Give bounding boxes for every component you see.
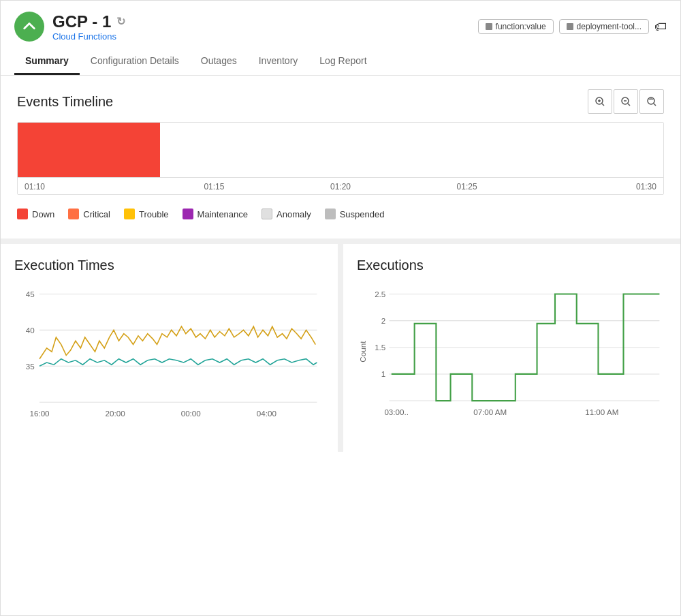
tab-summary[interactable]: Summary <box>14 48 80 75</box>
legend-trouble: Trouble <box>124 209 169 219</box>
legend-label-maintenance: Maintenance <box>197 209 248 219</box>
tag-label-2: deployment-tool... <box>577 22 642 31</box>
execution-times-panel: Execution Times 45 40 35 <box>1 244 338 452</box>
timeline-label-0: 01:10 <box>18 182 151 191</box>
tab-log-report[interactable]: Log Report <box>308 48 377 75</box>
timeline-label-1: 01:15 <box>151 182 278 191</box>
timeline-label-2: 01:20 <box>277 182 404 191</box>
y-label-2.5: 2.5 <box>375 290 385 298</box>
legend: Down Critical Trouble Maintenance Anomal… <box>17 203 664 225</box>
executions-title: Executions <box>357 258 667 273</box>
execution-times-title: Execution Times <box>14 258 324 273</box>
execution-times-chart: 45 40 35 16:00 20:00 00:00 04:00 <box>14 284 324 441</box>
refresh-icon[interactable]: ↻ <box>116 15 125 28</box>
zoom-in-button[interactable] <box>588 89 612 114</box>
tab-outages[interactable]: Outages <box>190 48 248 75</box>
legend-maintenance: Maintenance <box>183 209 248 219</box>
zoom-controls <box>588 89 664 114</box>
x-label-1100: 11:00 AM <box>585 407 618 416</box>
y-label-35: 35 <box>26 362 35 371</box>
exec-times-svg: 45 40 35 16:00 20:00 00:00 04:00 <box>14 284 324 441</box>
x-label-00: 00:00 <box>181 409 202 418</box>
tag-dot-1 <box>486 23 492 30</box>
events-header: Events Timeline <box>17 89 664 114</box>
exec-times-line-yellow <box>39 326 315 359</box>
tag-label-icon[interactable]: 🏷 <box>654 20 667 34</box>
timeline-bars <box>18 123 663 177</box>
x-label-20: 20:00 <box>106 409 126 418</box>
x-label-04: 04:00 <box>257 409 277 418</box>
legend-label-critical: Critical <box>83 209 110 219</box>
legend-label-anomaly: Anomaly <box>276 209 311 219</box>
legend-dot-anomaly <box>262 209 272 219</box>
svg-line-8 <box>654 104 656 106</box>
legend-label-down: Down <box>32 209 54 219</box>
timeline-label-4: 01:30 <box>530 182 663 191</box>
executions-svg: Count 2.5 2 1.5 1 03:00.. 07:00 AM 11:00… <box>357 284 667 441</box>
x-label-0700: 07:00 AM <box>473 407 507 416</box>
svg-line-6 <box>628 104 630 106</box>
legend-down: Down <box>17 209 54 219</box>
y-label-40: 40 <box>26 326 35 335</box>
tab-configuration-details[interactable]: Configuration Details <box>80 48 190 75</box>
timeline-bar-down <box>18 123 160 177</box>
legend-dot-suspended <box>325 209 336 219</box>
service-type-link[interactable]: Cloud Functions <box>52 31 125 42</box>
zoom-reset-button[interactable] <box>639 89 664 114</box>
tags-area: function:value deployment-tool... 🏷 <box>478 19 667 34</box>
legend-dot-maintenance <box>183 209 193 219</box>
legend-dot-critical <box>68 209 79 219</box>
tab-inventory[interactable]: Inventory <box>248 48 309 75</box>
svg-line-3 <box>602 104 604 106</box>
exec-times-line-teal <box>39 359 317 367</box>
nav-tabs: Summary Configuration Details Outages In… <box>14 48 667 75</box>
legend-label-trouble: Trouble <box>139 209 169 219</box>
tag-pill-2[interactable]: deployment-tool... <box>559 19 649 34</box>
timeline-label-3: 01:25 <box>404 182 530 191</box>
legend-label-suspended: Suspended <box>340 209 385 219</box>
tag-dot-2 <box>567 23 573 30</box>
legend-dot-down <box>17 209 28 219</box>
y-label-2: 2 <box>381 316 385 325</box>
tag-pill-1[interactable]: function:value <box>478 19 554 34</box>
x-label-0300: 03:00.. <box>384 407 409 416</box>
timeline-axis: 01:10 01:15 01:20 01:25 01:30 <box>18 177 663 194</box>
status-up-icon <box>14 12 44 42</box>
executions-chart: Count 2.5 2 1.5 1 03:00.. 07:00 AM 11:00… <box>357 284 667 441</box>
legend-suspended: Suspended <box>325 209 385 219</box>
legend-critical: Critical <box>68 209 110 219</box>
service-name: GCP - 1 <box>52 12 111 31</box>
tag-label-1: function:value <box>496 22 546 31</box>
timeline-chart: 01:10 01:15 01:20 01:25 01:30 <box>17 122 664 195</box>
x-label-16: 16:00 <box>29 409 50 418</box>
y-label-1: 1 <box>381 369 385 378</box>
legend-anomaly: Anomaly <box>262 209 311 219</box>
legend-dot-trouble <box>124 209 135 219</box>
events-timeline-section: Events Timeline <box>1 76 680 238</box>
bottom-panels: Execution Times 45 40 35 <box>1 244 680 452</box>
events-timeline-title: Events Timeline <box>17 94 113 110</box>
y-axis-title: Count <box>358 341 367 363</box>
zoom-out-button[interactable] <box>614 89 638 114</box>
y-label-45: 45 <box>26 290 35 298</box>
y-label-1.5: 1.5 <box>375 343 385 352</box>
executions-panel: Executions Count 2.5 2 1.5 <box>343 244 680 452</box>
